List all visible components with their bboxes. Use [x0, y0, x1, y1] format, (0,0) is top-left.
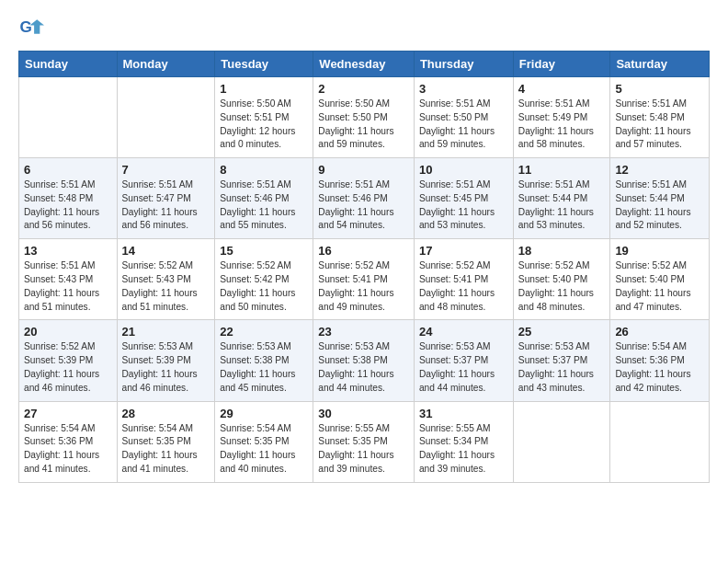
- calendar-cell: 28Sunrise: 5:54 AMSunset: 5:35 PMDayligh…: [117, 401, 215, 482]
- calendar-week-4: 20Sunrise: 5:52 AMSunset: 5:39 PMDayligh…: [19, 320, 710, 401]
- day-info: Sunrise: 5:53 AMSunset: 5:38 PMDaylight:…: [220, 340, 308, 395]
- calendar-cell: 3Sunrise: 5:51 AMSunset: 5:50 PMDaylight…: [414, 77, 513, 158]
- calendar-week-5: 27Sunrise: 5:54 AMSunset: 5:36 PMDayligh…: [19, 401, 710, 482]
- calendar-header-saturday: Saturday: [610, 52, 710, 77]
- day-info: Sunrise: 5:51 AMSunset: 5:46 PMDaylight:…: [318, 178, 409, 233]
- calendar-cell: 30Sunrise: 5:55 AMSunset: 5:35 PMDayligh…: [313, 401, 415, 482]
- day-info: Sunrise: 5:53 AMSunset: 5:38 PMDaylight:…: [318, 340, 409, 395]
- day-number: 25: [518, 325, 606, 339]
- day-info: Sunrise: 5:54 AMSunset: 5:35 PMDaylight:…: [220, 422, 308, 477]
- calendar-cell: 12Sunrise: 5:51 AMSunset: 5:44 PMDayligh…: [610, 158, 710, 239]
- day-number: 3: [419, 82, 508, 96]
- day-number: 8: [220, 163, 308, 177]
- calendar-week-1: 1Sunrise: 5:50 AMSunset: 5:51 PMDaylight…: [19, 77, 710, 158]
- day-info: Sunrise: 5:51 AMSunset: 5:45 PMDaylight:…: [419, 178, 508, 233]
- calendar-cell: 14Sunrise: 5:52 AMSunset: 5:43 PMDayligh…: [117, 239, 215, 320]
- day-number: 23: [318, 325, 409, 339]
- calendar-cell: 19Sunrise: 5:52 AMSunset: 5:40 PMDayligh…: [610, 239, 710, 320]
- calendar-header-monday: Monday: [117, 52, 215, 77]
- calendar-week-2: 6Sunrise: 5:51 AMSunset: 5:48 PMDaylight…: [19, 158, 710, 239]
- calendar-cell: 15Sunrise: 5:52 AMSunset: 5:42 PMDayligh…: [215, 239, 313, 320]
- day-number: 5: [615, 82, 704, 96]
- day-number: 11: [518, 163, 606, 177]
- day-info: Sunrise: 5:52 AMSunset: 5:42 PMDaylight:…: [220, 259, 308, 314]
- day-number: 21: [122, 325, 210, 339]
- day-number: 29: [220, 407, 308, 420]
- day-info: Sunrise: 5:51 AMSunset: 5:44 PMDaylight:…: [518, 178, 606, 233]
- calendar-cell: 23Sunrise: 5:53 AMSunset: 5:38 PMDayligh…: [313, 320, 415, 401]
- day-info: Sunrise: 5:53 AMSunset: 5:37 PMDaylight:…: [419, 340, 508, 395]
- day-info: Sunrise: 5:51 AMSunset: 5:48 PMDaylight:…: [24, 178, 112, 233]
- calendar-cell: 27Sunrise: 5:54 AMSunset: 5:36 PMDayligh…: [19, 401, 118, 482]
- day-number: 12: [615, 163, 704, 177]
- calendar-cell: 9Sunrise: 5:51 AMSunset: 5:46 PMDaylight…: [313, 158, 415, 239]
- calendar-cell: 4Sunrise: 5:51 AMSunset: 5:49 PMDaylight…: [513, 77, 610, 158]
- day-number: 15: [220, 244, 308, 258]
- calendar-cell: 25Sunrise: 5:53 AMSunset: 5:37 PMDayligh…: [513, 320, 610, 401]
- calendar-header-wednesday: Wednesday: [313, 52, 415, 77]
- calendar-cell: 20Sunrise: 5:52 AMSunset: 5:39 PMDayligh…: [19, 320, 118, 401]
- calendar-cell: [117, 77, 215, 158]
- day-info: Sunrise: 5:51 AMSunset: 5:50 PMDaylight:…: [419, 98, 508, 152]
- calendar-cell: 6Sunrise: 5:51 AMSunset: 5:48 PMDaylight…: [19, 158, 118, 239]
- calendar-cell: 10Sunrise: 5:51 AMSunset: 5:45 PMDayligh…: [414, 158, 513, 239]
- calendar-header-friday: Friday: [513, 52, 610, 77]
- calendar-cell: [513, 401, 610, 482]
- page: G SundayMondayTuesdayWednesdayThursdayFr…: [0, 0, 728, 501]
- day-number: 24: [419, 325, 508, 339]
- day-number: 20: [24, 325, 112, 339]
- day-info: Sunrise: 5:51 AMSunset: 5:48 PMDaylight:…: [615, 98, 704, 152]
- day-info: Sunrise: 5:51 AMSunset: 5:47 PMDaylight:…: [122, 178, 210, 233]
- day-number: 18: [518, 244, 606, 258]
- calendar-cell: 13Sunrise: 5:51 AMSunset: 5:43 PMDayligh…: [19, 239, 118, 320]
- day-number: 1: [220, 82, 308, 96]
- calendar-cell: [19, 77, 118, 158]
- day-info: Sunrise: 5:51 AMSunset: 5:44 PMDaylight:…: [615, 178, 704, 233]
- day-number: 28: [122, 407, 210, 420]
- day-info: Sunrise: 5:52 AMSunset: 5:41 PMDaylight:…: [318, 259, 409, 314]
- day-info: Sunrise: 5:54 AMSunset: 5:36 PMDaylight:…: [24, 422, 112, 477]
- day-info: Sunrise: 5:52 AMSunset: 5:41 PMDaylight:…: [419, 259, 508, 314]
- day-number: 7: [122, 163, 210, 177]
- calendar-cell: 21Sunrise: 5:53 AMSunset: 5:39 PMDayligh…: [117, 320, 215, 401]
- calendar-cell: 11Sunrise: 5:51 AMSunset: 5:44 PMDayligh…: [513, 158, 610, 239]
- calendar-cell: 17Sunrise: 5:52 AMSunset: 5:41 PMDayligh…: [414, 239, 513, 320]
- day-info: Sunrise: 5:53 AMSunset: 5:37 PMDaylight:…: [518, 340, 606, 395]
- calendar-cell: [610, 401, 710, 482]
- day-number: 31: [419, 407, 508, 420]
- calendar-week-3: 13Sunrise: 5:51 AMSunset: 5:43 PMDayligh…: [19, 239, 710, 320]
- calendar-cell: 29Sunrise: 5:54 AMSunset: 5:35 PMDayligh…: [215, 401, 313, 482]
- day-number: 6: [24, 163, 112, 177]
- calendar-cell: 26Sunrise: 5:54 AMSunset: 5:36 PMDayligh…: [610, 320, 710, 401]
- day-number: 2: [318, 82, 409, 96]
- calendar-cell: 1Sunrise: 5:50 AMSunset: 5:51 PMDaylight…: [215, 77, 313, 158]
- calendar-header-row: SundayMondayTuesdayWednesdayThursdayFrid…: [19, 52, 710, 77]
- svg-text:G: G: [20, 18, 32, 36]
- calendar-cell: 7Sunrise: 5:51 AMSunset: 5:47 PMDaylight…: [117, 158, 215, 239]
- day-info: Sunrise: 5:52 AMSunset: 5:43 PMDaylight:…: [122, 259, 210, 314]
- calendar-header-thursday: Thursday: [414, 52, 513, 77]
- day-info: Sunrise: 5:54 AMSunset: 5:36 PMDaylight:…: [615, 340, 704, 395]
- day-number: 13: [24, 244, 112, 258]
- day-number: 22: [220, 325, 308, 339]
- day-number: 17: [419, 244, 508, 258]
- calendar-cell: 16Sunrise: 5:52 AMSunset: 5:41 PMDayligh…: [313, 239, 415, 320]
- day-number: 30: [318, 407, 409, 420]
- day-info: Sunrise: 5:51 AMSunset: 5:49 PMDaylight:…: [518, 98, 606, 152]
- calendar-header-tuesday: Tuesday: [215, 52, 313, 77]
- calendar-cell: 18Sunrise: 5:52 AMSunset: 5:40 PMDayligh…: [513, 239, 610, 320]
- calendar: SundayMondayTuesdayWednesdayThursdayFrid…: [18, 51, 710, 483]
- calendar-header-sunday: Sunday: [19, 52, 118, 77]
- day-info: Sunrise: 5:53 AMSunset: 5:39 PMDaylight:…: [122, 340, 210, 395]
- day-info: Sunrise: 5:54 AMSunset: 5:35 PMDaylight:…: [122, 422, 210, 477]
- day-number: 14: [122, 244, 210, 258]
- header: G: [18, 14, 710, 40]
- day-info: Sunrise: 5:52 AMSunset: 5:40 PMDaylight:…: [518, 259, 606, 314]
- day-info: Sunrise: 5:51 AMSunset: 5:46 PMDaylight:…: [220, 178, 308, 233]
- day-number: 19: [615, 244, 704, 258]
- day-info: Sunrise: 5:55 AMSunset: 5:34 PMDaylight:…: [419, 422, 508, 477]
- calendar-cell: 5Sunrise: 5:51 AMSunset: 5:48 PMDaylight…: [610, 77, 710, 158]
- day-info: Sunrise: 5:50 AMSunset: 5:51 PMDaylight:…: [220, 98, 308, 152]
- calendar-cell: 22Sunrise: 5:53 AMSunset: 5:38 PMDayligh…: [215, 320, 313, 401]
- calendar-cell: 8Sunrise: 5:51 AMSunset: 5:46 PMDaylight…: [215, 158, 313, 239]
